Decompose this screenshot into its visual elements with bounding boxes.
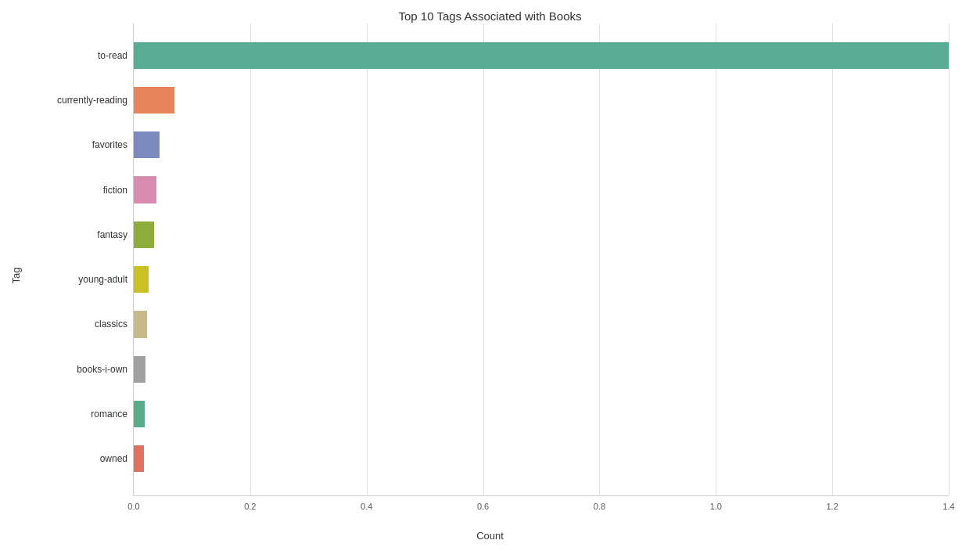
y-tick-label: young-adult [78,274,127,285]
y-tick-label: books-i-own [77,364,127,375]
x-tick-label: 1.4 [942,502,954,511]
bar-row: fiction [134,176,949,203]
bar-row: classics [134,311,949,337]
bar-row: owned [134,445,949,472]
bar-row: young-adult [134,266,949,293]
y-tick-label: fantasy [97,229,127,240]
bar-books-i-own [134,356,145,383]
bar-row: to-read [134,42,949,69]
bar-romance [134,401,145,427]
x-tick-label: 0.0 [127,502,139,511]
chart-container: Top 10 Tags Associated with Books Tag Co… [0,0,980,551]
bar-to-read [134,42,949,69]
bar-currently-reading [134,87,174,113]
x-tick-label: 1.2 [826,502,838,511]
bar-row: books-i-own [134,356,949,383]
chart-title: Top 10 Tags Associated with Books [0,9,980,23]
y-tick-label: favorites [92,139,127,150]
y-tick-label: classics [95,319,127,330]
y-tick-label: currently-reading [57,95,127,106]
x-tick-label: 0.4 [361,502,372,511]
y-tick-label: romance [91,409,127,420]
x-tick-label: 0.8 [594,502,605,511]
y-tick-label: fiction [103,185,127,196]
x-tick-label: 0.2 [244,502,256,511]
grid-line [949,23,949,495]
x-axis-label: Count [0,530,980,542]
bar-young-adult [134,266,149,293]
bar-favorites [134,131,160,158]
bar-fiction [134,176,156,203]
plot-area: 0.00.20.40.60.81.01.21.4to-readcurrently… [133,23,949,496]
x-tick-label: 1.0 [710,502,722,511]
x-tick-label: 0.6 [477,502,489,511]
bar-fantasy [134,221,154,248]
bar-classics [134,311,147,337]
bar-row: fantasy [134,221,949,248]
y-axis-label: Tag [10,268,22,284]
bar-owned [134,445,144,472]
bar-row: favorites [134,131,949,158]
bar-row: romance [134,401,949,427]
bar-row: currently-reading [134,87,949,113]
y-tick-label: owned [100,453,127,464]
y-tick-label: to-read [98,50,127,61]
